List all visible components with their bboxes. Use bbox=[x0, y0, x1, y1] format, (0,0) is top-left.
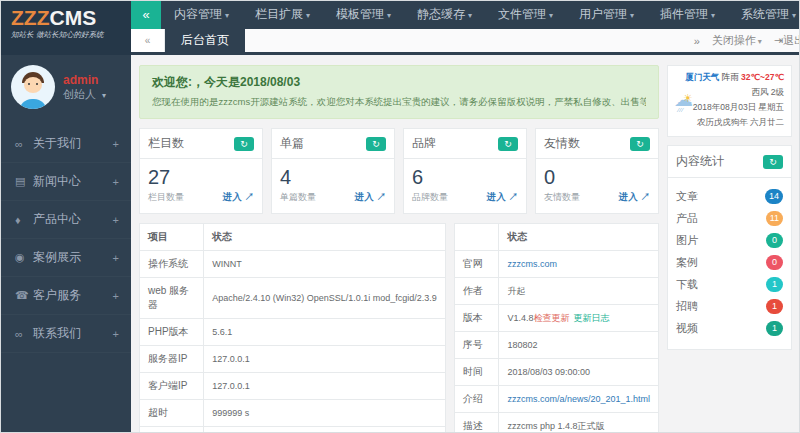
enter-link[interactable]: 进入 ↗ bbox=[619, 191, 650, 204]
row-value: 180802 bbox=[499, 332, 658, 359]
weather-headline: 厦门天气 阵雨 32℃~27℃ bbox=[675, 72, 784, 84]
arrow-up-right-icon: ↗ bbox=[377, 191, 387, 202]
sidebar-item-label: 关于我们 bbox=[33, 135, 113, 152]
table-row: 操作系统WINNT bbox=[140, 251, 445, 278]
sidebar-item-cases[interactable]: ◉ 案例展示 + bbox=[1, 239, 131, 277]
nav-item-template-management[interactable]: 模板管理▾ bbox=[323, 0, 404, 30]
expand-plus-icon[interactable]: + bbox=[113, 214, 119, 226]
nav-item-plugin-management[interactable]: 插件管理▾ bbox=[647, 0, 728, 30]
tabs-scroll-right-button[interactable]: » bbox=[694, 35, 700, 47]
sidebar-item-news[interactable]: ▤ 新闻中心 + bbox=[1, 163, 131, 201]
chevron-down-icon: ▾ bbox=[549, 11, 553, 20]
brand-cms: CMS bbox=[49, 6, 96, 29]
table-row: 服务器脚本引擎VBScript/5.8.18739 bbox=[140, 427, 445, 433]
chevron-down-icon: ▾ bbox=[711, 11, 715, 20]
row-value: WINNT bbox=[204, 251, 445, 278]
stats-action-button[interactable]: ↻ bbox=[763, 155, 783, 169]
tab-dashboard[interactable]: 后台首页 bbox=[165, 29, 245, 52]
chevron-down-icon: ▾ bbox=[225, 11, 229, 20]
table-row: 序号180802 bbox=[455, 332, 658, 359]
refresh-icon: ↻ bbox=[504, 139, 512, 149]
nav-item-content-management[interactable]: 内容管理▾ bbox=[161, 0, 242, 30]
nav-item-system-management[interactable]: 系统管理▾ bbox=[728, 0, 800, 30]
enter-label: 进入 bbox=[487, 191, 506, 202]
row-value: VBScript/5.8.18739 bbox=[204, 427, 445, 433]
sidebar-item-service[interactable]: ☎ 客户服务 + bbox=[1, 277, 131, 315]
nav-label: 栏目扩展 bbox=[255, 7, 303, 21]
sidebar-item-products[interactable]: ♦ 产品中心 + bbox=[1, 201, 131, 239]
nav-item-user-management[interactable]: 用户管理▾ bbox=[566, 0, 647, 30]
expand-plus-icon[interactable]: + bbox=[113, 328, 119, 340]
refresh-icon: ↻ bbox=[636, 139, 644, 149]
table-row: PHP版本5.6.1 bbox=[140, 319, 445, 346]
enter-label: 进入 bbox=[223, 191, 242, 202]
intro-news-link[interactable]: zzzcms.com/a/news/20_201_1.html bbox=[499, 386, 658, 413]
user-role-dropdown[interactable]: 创始人 ▾ bbox=[63, 87, 106, 102]
enter-link[interactable]: 进入 ↗ bbox=[223, 191, 254, 204]
check-update-link[interactable]: 检查更新 bbox=[533, 313, 569, 323]
sidebar-item-contact[interactable]: ∞ 联系我们 + bbox=[1, 315, 131, 353]
logo: ZZZCMS 知站长 做站长知心的好系统 bbox=[1, 1, 131, 55]
row-value: 127.0.0.1 bbox=[204, 373, 445, 400]
stat-label: 招聘 bbox=[676, 299, 698, 314]
table-header-row: 状态 bbox=[455, 224, 658, 251]
column-header: 状态 bbox=[204, 224, 445, 251]
version-value: V1.4.8 bbox=[507, 313, 533, 323]
enter-link[interactable]: 进入 ↗ bbox=[355, 191, 386, 204]
card-action-button[interactable]: ↻ bbox=[498, 137, 518, 151]
table-row: 服务器IP127.0.0.1 bbox=[140, 346, 445, 373]
sidebar-item-about[interactable]: ∞ 关于我们 + bbox=[1, 125, 131, 163]
avatar-shirt bbox=[19, 99, 47, 109]
expand-plus-icon[interactable]: + bbox=[113, 138, 119, 150]
count-badge: 0 bbox=[766, 233, 783, 248]
expand-plus-icon[interactable]: + bbox=[113, 252, 119, 264]
nav-item-column-extension[interactable]: 栏目扩展▾ bbox=[242, 0, 323, 30]
stat-row-products[interactable]: 产品11 bbox=[676, 207, 783, 229]
nav-item-file-management[interactable]: 文件管理▾ bbox=[485, 0, 566, 30]
sidebar: ZZZCMS 知站长 做站长知心的好系统 admin 创始人 ▾ ∞ 关于我们 … bbox=[1, 1, 131, 433]
column-header: 状态 bbox=[499, 224, 658, 251]
tab-bar: « 后台首页 » 关闭操作▾ ⇥退出 bbox=[131, 29, 799, 55]
enter-label: 进入 bbox=[619, 191, 638, 202]
stat-row-downloads[interactable]: 下载1 bbox=[676, 273, 783, 295]
sidebar-item-label: 产品中心 bbox=[33, 211, 113, 228]
about-table: 状态 官网zzzcms.com 作者升起 版本V1.4.8检查更新更新日志 序号… bbox=[455, 224, 658, 432]
close-operations-dropdown[interactable]: 关闭操作▾ bbox=[712, 33, 762, 48]
card-action-button[interactable]: ↻ bbox=[234, 137, 254, 151]
stat-row-cases[interactable]: 案例0 bbox=[676, 251, 783, 273]
content-stats-list: 文章14 产品11 图片0 案例0 下载1 招聘1 视频1 bbox=[668, 178, 791, 349]
card-action-button[interactable]: ↻ bbox=[366, 137, 386, 151]
weather-lunar-date: 农历戊戌狗年 六月廿二 bbox=[675, 117, 784, 129]
expand-plus-icon[interactable]: + bbox=[113, 290, 119, 302]
card-value: 0 bbox=[544, 166, 650, 188]
main-content: 欢迎您:，今天是2018/08/03 您现在使用的是zzzcms开源建站系统，欢… bbox=[131, 58, 799, 432]
version-cell: V1.4.8检查更新更新日志 bbox=[499, 305, 658, 332]
tabs-scroll-left-button[interactable]: « bbox=[131, 29, 165, 52]
enter-link[interactable]: 进入 ↗ bbox=[487, 191, 518, 204]
stat-row-videos[interactable]: 视频1 bbox=[676, 317, 783, 339]
row-label: 服务器IP bbox=[140, 346, 204, 373]
top-navbar: « 内容管理▾ 栏目扩展▾ 模板管理▾ 静态缓存▾ 文件管理▾ 用户管理▾ 插件… bbox=[131, 1, 799, 29]
logout-button[interactable]: ⇥退出 bbox=[774, 33, 799, 48]
stat-label: 产品 bbox=[676, 211, 698, 226]
expand-plus-icon[interactable]: + bbox=[113, 176, 119, 188]
brand-zzz: ZZZ bbox=[11, 6, 49, 29]
sidebar-collapse-button[interactable]: « bbox=[131, 1, 161, 29]
nav-item-static-cache[interactable]: 静态缓存▾ bbox=[404, 0, 485, 30]
row-value: 5.6.1 bbox=[204, 319, 445, 346]
stat-row-articles[interactable]: 文章14 bbox=[676, 185, 783, 207]
user-role-label: 创始人 bbox=[63, 88, 96, 100]
card-title: 单篇 bbox=[280, 135, 304, 152]
logout-label: 退出 bbox=[783, 34, 799, 46]
chevron-down-icon: ▾ bbox=[758, 37, 762, 46]
update-log-link[interactable]: 更新日志 bbox=[573, 313, 609, 323]
welcome-message: 您现在使用的是zzzcms开源建站系统，欢迎您对本系统提出宝贵的建议，请务必保留… bbox=[152, 96, 646, 109]
news-icon: ▤ bbox=[15, 175, 33, 188]
stat-row-jobs[interactable]: 招聘1 bbox=[676, 295, 783, 317]
official-site-link[interactable]: zzzcms.com bbox=[499, 251, 658, 278]
card-action-button[interactable]: ↻ bbox=[630, 137, 650, 151]
arrow-up-right-icon: ↗ bbox=[509, 191, 519, 202]
stat-row-images[interactable]: 图片0 bbox=[676, 229, 783, 251]
nav-label: 静态缓存 bbox=[417, 7, 465, 21]
card-label: 栏目数量 bbox=[148, 191, 184, 204]
